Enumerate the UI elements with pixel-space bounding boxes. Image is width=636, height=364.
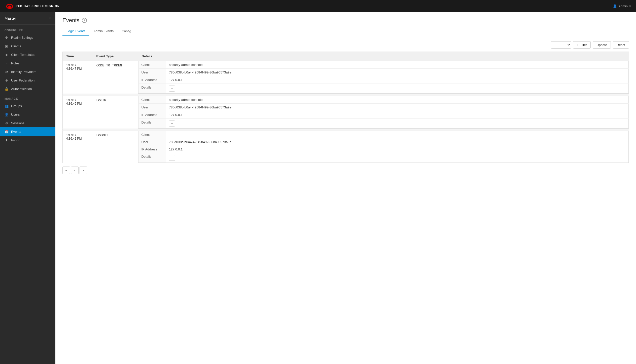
detail-row: Clientsecurity-admin-console (138, 96, 629, 104)
event-details: Clientsecurity-admin-consoleUser780d038c… (138, 61, 629, 94)
sidebar-item-label: Clients (11, 44, 21, 48)
configure-section-label: Configure (0, 25, 55, 33)
sidebar-item-authentication[interactable]: 🔒 Authentication (0, 85, 55, 93)
user-chevron-icon: ▾ (629, 4, 631, 8)
sidebar-item-label: Roles (11, 61, 19, 65)
realm-name: Master (5, 16, 16, 20)
tab-login-events[interactable]: Login Events (62, 27, 89, 36)
detail-label: IP Address (138, 76, 166, 84)
event-type: LOGOUT (93, 131, 138, 163)
detail-row: User780d038c-b0a4-4268-8492-36ba96573a9e (138, 69, 629, 76)
sidebar-item-realm-settings[interactable]: ⚙ Realm Settings (0, 33, 55, 42)
sidebar-item-identity-providers[interactable]: ⇄ Identity Providers (0, 67, 55, 76)
event-type: LOGIN (93, 96, 138, 129)
topbar: RED HAT SINGLE SIGN-ON 👤 Admin ▾ (0, 0, 636, 12)
detail-label: Details (138, 153, 166, 163)
col-time: Time (63, 52, 93, 61)
detail-label: Client (138, 61, 166, 69)
detail-table: Clientsecurity-admin-consoleUser780d038c… (138, 96, 629, 129)
update-button[interactable]: Update (593, 41, 611, 49)
detail-row: Details+ (138, 119, 629, 129)
row-spacer (63, 129, 629, 131)
col-details: Details (138, 52, 629, 61)
page-header: Events ? (55, 12, 636, 24)
help-icon[interactable]: ? (82, 18, 87, 23)
sidebar-item-label: Events (11, 130, 21, 134)
realm-chevron-icon: ▾ (49, 17, 51, 20)
sidebar-item-label: Client Templates (11, 53, 35, 57)
prev-page-button[interactable]: ‹ (71, 167, 79, 174)
row-spacer (63, 94, 629, 96)
detail-value: 127.0.0.1 (166, 146, 629, 153)
tab-admin-events[interactable]: Admin Events (89, 27, 118, 36)
sidebar-item-label: Realm Settings (11, 36, 33, 39)
detail-label: Details (138, 119, 166, 129)
sidebar-item-import[interactable]: ⬇ Import (0, 136, 55, 144)
sidebar-item-sessions[interactable]: ⊙ Sessions (0, 119, 55, 127)
detail-value: 127.0.0.1 (166, 76, 629, 84)
events-icon: 📅 (5, 130, 9, 134)
detail-value: security-admin-console (166, 96, 629, 104)
brand-name: RED HAT SINGLE SIGN-ON (16, 5, 60, 8)
detail-row: Details+ (138, 153, 629, 163)
realm-selector[interactable]: Master ▾ (0, 12, 55, 25)
sidebar-item-user-federation[interactable]: ⊕ User Federation (0, 76, 55, 85)
reset-button[interactable]: Reset (613, 41, 629, 49)
clients-icon: ▣ (5, 44, 9, 48)
detail-value: + (166, 84, 629, 94)
expand-details-button[interactable]: + (169, 86, 175, 92)
event-details: ClientUser780d038c-b0a4-4268-8492-36ba96… (138, 131, 629, 163)
table-row: 1/17/17 4:36:42 PMLOGOUTClientUser780d03… (63, 131, 629, 163)
next-page-button[interactable]: › (80, 167, 87, 174)
detail-table: ClientUser780d038c-b0a4-4268-8492-36ba96… (138, 131, 629, 163)
sidebar-item-label: Users (11, 113, 20, 116)
realm-settings-icon: ⚙ (5, 35, 9, 39)
first-page-button[interactable]: « (62, 167, 70, 174)
detail-value: 780d038c-b0a4-4268-8492-36ba96573a9e (166, 104, 629, 111)
sidebar-item-label: Identity Providers (11, 70, 36, 74)
detail-value: 780d038c-b0a4-4268-8492-36ba96573a9e (166, 69, 629, 76)
events-table: Time Event Type Details 1/17/17 4:36:47 … (62, 52, 629, 163)
main-content: Events ? Login Events Admin Events Confi… (55, 12, 636, 364)
event-type: CODE_TO_TOKEN (93, 61, 138, 94)
event-time: 1/17/17 4:36:42 PM (63, 131, 93, 163)
event-details: Clientsecurity-admin-consoleUser780d038c… (138, 96, 629, 129)
sidebar-item-client-templates[interactable]: ◈ Client Templates (0, 50, 55, 59)
sidebar: Master ▾ Configure ⚙ Realm Settings ▣ Cl… (0, 12, 55, 364)
sidebar-item-groups[interactable]: 👥 Groups (0, 102, 55, 110)
detail-value: security-admin-console (166, 61, 629, 69)
detail-value (166, 131, 629, 139)
detail-label: User (138, 104, 166, 111)
sidebar-item-users[interactable]: 👤 Users (0, 110, 55, 119)
detail-label: User (138, 69, 166, 76)
event-time: 1/17/17 4:36:47 PM (63, 61, 93, 94)
filter-button[interactable]: + Filter (573, 41, 591, 49)
user-menu[interactable]: 👤 Admin ▾ (613, 4, 631, 8)
page-title: Events (62, 17, 79, 24)
per-page-select[interactable]: 10 25 50 (551, 41, 571, 49)
detail-value: + (166, 119, 629, 129)
detail-table: Clientsecurity-admin-consoleUser780d038c… (138, 61, 629, 94)
roles-icon: ≡ (5, 61, 9, 65)
import-icon: ⬇ (5, 138, 9, 142)
table-row: 1/17/17 4:36:47 PMCODE_TO_TOKENClientsec… (63, 61, 629, 94)
identity-providers-icon: ⇄ (5, 70, 9, 74)
expand-details-button[interactable]: + (169, 120, 175, 127)
client-templates-icon: ◈ (5, 53, 9, 57)
user-name: Admin (618, 4, 628, 8)
sidebar-item-clients[interactable]: ▣ Clients (0, 42, 55, 50)
sidebar-item-roles[interactable]: ≡ Roles (0, 59, 55, 67)
detail-label: User (138, 138, 166, 146)
col-event-type: Event Type (93, 52, 138, 61)
detail-label: IP Address (138, 146, 166, 153)
sessions-icon: ⊙ (5, 121, 9, 125)
sidebar-item-label: User Federation (11, 78, 34, 82)
sidebar-item-label: Authentication (11, 87, 32, 91)
content-area: 10 25 50 + Filter Update Reset Time Even… (55, 36, 636, 364)
detail-label: IP Address (138, 111, 166, 119)
tab-config[interactable]: Config (118, 27, 135, 36)
user-icon: 👤 (613, 4, 617, 8)
sidebar-item-events[interactable]: 📅 Events (0, 127, 55, 136)
detail-row: User780d038c-b0a4-4268-8492-36ba96573a9e (138, 138, 629, 146)
expand-details-button[interactable]: + (169, 155, 175, 161)
